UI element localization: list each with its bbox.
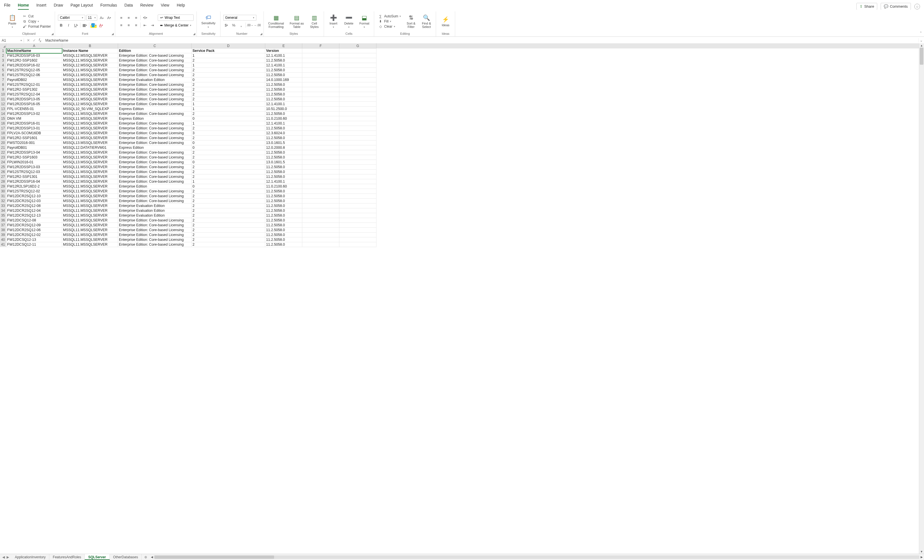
- cell[interactable]: MSSQL14.MSSQLSERVER: [62, 78, 118, 82]
- cell[interactable]: 1: [192, 63, 265, 68]
- cell[interactable]: [302, 228, 339, 232]
- cell[interactable]: 3: [192, 131, 265, 136]
- cell[interactable]: 2: [192, 194, 265, 199]
- cell[interactable]: Enterprise Edition: Core-based Licensing: [118, 237, 192, 242]
- cell[interactable]: [302, 58, 339, 63]
- cell[interactable]: [339, 155, 376, 160]
- cell[interactable]: [302, 218, 339, 223]
- format-as-table-button[interactable]: ▤Format as Table: [288, 12, 306, 30]
- cell[interactable]: Enterprise Edition: Core-based Licensing: [118, 174, 192, 179]
- cell[interactable]: [339, 150, 376, 155]
- cell[interactable]: 10.51.2500.0: [265, 106, 302, 111]
- cell[interactable]: 12.1.4100.1: [265, 53, 302, 58]
- cell[interactable]: [302, 160, 339, 165]
- cell[interactable]: [339, 199, 376, 204]
- cell[interactable]: [339, 145, 376, 150]
- col-header[interactable]: G: [339, 43, 376, 48]
- cell[interactable]: MSSQL11.MSSQLSERVER: [62, 116, 118, 121]
- row-header[interactable]: 16: [0, 121, 6, 126]
- cell[interactable]: MSSQL11.MSSQLSERVER: [62, 92, 118, 97]
- cell[interactable]: 1: [192, 121, 265, 126]
- cell[interactable]: PayrollDB01: [6, 145, 62, 150]
- cell[interactable]: FPL-VCEN55-01: [6, 106, 62, 111]
- cell[interactable]: Enterprise Edition: Core-based Licensing: [118, 87, 192, 92]
- cell[interactable]: 2: [192, 126, 265, 131]
- row-header[interactable]: 25: [0, 165, 6, 169]
- dialog-launcher-icon[interactable]: ◢: [111, 32, 114, 35]
- cell[interactable]: MSSQL11.MSSQLSERVER: [62, 126, 118, 131]
- cell[interactable]: FW12R2DSSP16-01: [6, 121, 62, 126]
- sheet-tab-applicationinventory[interactable]: ApplicationInventory: [11, 554, 50, 560]
- sheet-tab-otherdatabases[interactable]: OtherDatabases: [110, 554, 142, 560]
- cell[interactable]: 2: [192, 150, 265, 155]
- increase-decimal-icon[interactable]: .00→: [247, 22, 253, 28]
- dialog-launcher-icon[interactable]: ◢: [51, 32, 54, 35]
- cell[interactable]: [302, 189, 339, 194]
- cell[interactable]: FW12R2DSSP16-05: [6, 102, 62, 106]
- cell[interactable]: 2: [192, 208, 265, 213]
- cell[interactable]: FW12DCR2SQ12-09: [6, 223, 62, 228]
- cell[interactable]: 0: [192, 78, 265, 82]
- row-header[interactable]: 21: [0, 145, 6, 150]
- cell[interactable]: FW12DCR2SQ12-06: [6, 228, 62, 232]
- cell[interactable]: Enterprise Edition: Core-based Licensing: [118, 155, 192, 160]
- share-button[interactable]: ⇪Share: [856, 3, 877, 10]
- cell[interactable]: FW12DCSQ12-11: [6, 242, 62, 247]
- cell[interactable]: MachineName: [6, 48, 62, 53]
- insert-cells-button[interactable]: ➕Insert▾: [327, 12, 340, 30]
- cell[interactable]: 11.2.5058.0: [265, 208, 302, 213]
- cell[interactable]: [339, 131, 376, 136]
- cell[interactable]: [302, 73, 339, 78]
- cell[interactable]: FW12R2-SSP1603: [6, 155, 62, 160]
- autosum-button[interactable]: ∑AutoSum▾: [377, 14, 402, 18]
- cell[interactable]: [302, 232, 339, 237]
- horizontal-scrollbar[interactable]: ◀ ▶: [150, 554, 924, 560]
- cell[interactable]: FW12DCR2SQ12-10: [6, 194, 62, 199]
- cell[interactable]: [302, 102, 339, 106]
- cell[interactable]: 2: [192, 204, 265, 208]
- cell[interactable]: 11.2.5058.0: [265, 73, 302, 78]
- cell[interactable]: [339, 184, 376, 189]
- cell[interactable]: FW12R2DSSP16-03: [6, 53, 62, 58]
- cell[interactable]: FW12STR2SQ12-04: [6, 92, 62, 97]
- tab-help[interactable]: Help: [177, 3, 185, 10]
- cell[interactable]: 11.2.5058.0: [265, 136, 302, 141]
- row-header[interactable]: 39: [0, 232, 6, 237]
- formula-input[interactable]: MachineName: [44, 39, 918, 42]
- cell[interactable]: Enterprise Edition: Core-based Licensing: [118, 218, 192, 223]
- dialog-launcher-icon[interactable]: ◢: [260, 32, 262, 35]
- col-header[interactable]: A: [6, 43, 62, 48]
- col-header[interactable]: F: [302, 43, 339, 48]
- cell[interactable]: MSSQL12.MSSQLSERVER: [62, 131, 118, 136]
- find-select-button[interactable]: 🔍Find & Select: [420, 12, 433, 30]
- scroll-thumb[interactable]: [154, 556, 274, 559]
- align-center-icon[interactable]: ≡: [126, 22, 132, 28]
- cell[interactable]: MSSQL11.MSSQLSERVER: [62, 184, 118, 189]
- cell[interactable]: Enterprise Edition: Core-based Licensing: [118, 223, 192, 228]
- cell[interactable]: MSSQL11.MSSQLSERVER: [62, 150, 118, 155]
- cell[interactable]: Enterprise Edition: Core-based Licensing: [118, 141, 192, 145]
- cell[interactable]: [339, 63, 376, 68]
- cell[interactable]: 2: [192, 136, 265, 141]
- cell[interactable]: Enterprise Edition: Core-based Licensing: [118, 97, 192, 102]
- cell[interactable]: 11.2.5058.0: [265, 213, 302, 218]
- cell[interactable]: 11.0.2100.60: [265, 184, 302, 189]
- cell[interactable]: [302, 121, 339, 126]
- row-header[interactable]: 28: [0, 179, 6, 184]
- font-color-button[interactable]: A▾: [98, 22, 104, 28]
- cell[interactable]: Enterprise Edition: Core-based Licensing: [118, 126, 192, 131]
- merge-center-button[interactable]: ⬌Merge & Center▾: [158, 22, 194, 28]
- cell[interactable]: MSSQL12.MSSQLSERVER: [62, 63, 118, 68]
- cell[interactable]: 11.0.2100.60: [265, 116, 302, 121]
- cell[interactable]: FPLV2A-SCOM16DB: [6, 131, 62, 136]
- cell[interactable]: 12.1.4100.1: [265, 179, 302, 184]
- cell[interactable]: [339, 116, 376, 121]
- cell[interactable]: [339, 169, 376, 174]
- cell[interactable]: MSSQL11.MSSQLSERVER: [62, 204, 118, 208]
- cell[interactable]: MSSQL11.MSSQLSERVER: [62, 97, 118, 102]
- cell[interactable]: MSSQL12.MSSQLSERVER: [62, 179, 118, 184]
- cell[interactable]: 2: [192, 92, 265, 97]
- cell[interactable]: Enterprise Edition: [118, 184, 192, 189]
- enter-formula-icon[interactable]: ✓: [33, 38, 36, 42]
- cell[interactable]: 2: [192, 87, 265, 92]
